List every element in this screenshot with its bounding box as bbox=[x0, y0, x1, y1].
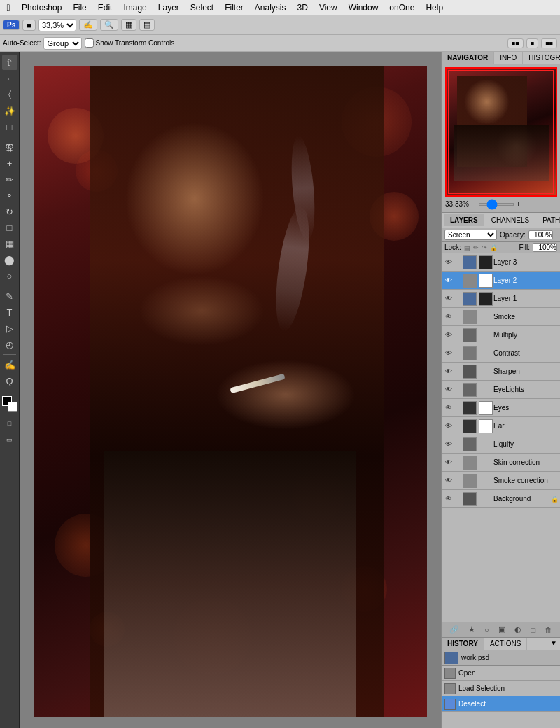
layer-row[interactable]: 👁Skin correction bbox=[442, 454, 560, 472]
quick-mask-btn[interactable]: □ bbox=[2, 416, 18, 431]
menu-filter[interactable]: Filter bbox=[220, 1, 248, 14]
add-style-btn[interactable]: ★ bbox=[468, 625, 475, 634]
menu-photoshop[interactable]: Photoshop bbox=[17, 1, 66, 14]
eraser-tool[interactable]: □ bbox=[2, 220, 18, 235]
layer-eye-icon[interactable]: 👁 bbox=[443, 331, 454, 339]
arrange-btn2[interactable]: ▤ bbox=[139, 19, 155, 31]
layer-eye-icon[interactable]: 👁 bbox=[443, 258, 454, 266]
clone-tool[interactable]: ⚬ bbox=[2, 188, 18, 203]
zoom-select[interactable]: 33,3% bbox=[38, 19, 76, 31]
hand-tool[interactable]: ✍ bbox=[79, 19, 97, 31]
new-adjustment-btn[interactable]: ◐ bbox=[514, 625, 522, 634]
align-left[interactable]: ■■ bbox=[507, 38, 524, 48]
layer-row[interactable]: 👁Layer 3 bbox=[442, 253, 560, 272]
select-tool[interactable]: ◦ bbox=[2, 71, 18, 86]
fill-input[interactable] bbox=[533, 243, 557, 252]
menu-window[interactable]: Window bbox=[344, 1, 384, 14]
menu-file[interactable]: File bbox=[68, 1, 91, 14]
new-layer-btn[interactable]: □ bbox=[531, 626, 536, 634]
zoom-slider[interactable] bbox=[479, 203, 514, 206]
link-layers-btn[interactable]: 🔗 bbox=[449, 625, 459, 634]
blend-mode-select[interactable]: Screen bbox=[444, 230, 497, 240]
brush-tool[interactable]: ✏ bbox=[2, 172, 18, 187]
menu-image[interactable]: Image bbox=[118, 1, 151, 14]
layer-row[interactable]: 👁Contrast bbox=[442, 344, 560, 363]
mode-button[interactable]: ■ bbox=[22, 20, 36, 31]
auto-select-dropdown[interactable]: Group bbox=[43, 37, 82, 50]
gradient-tool[interactable]: ▦ bbox=[2, 236, 18, 251]
layer-eye-icon[interactable]: 👁 bbox=[443, 422, 454, 430]
eyedropper-tool[interactable]: ⚢ bbox=[2, 139, 18, 155]
menu-analysis[interactable]: Analysis bbox=[250, 1, 291, 14]
hand-tool-left[interactable]: ✍ bbox=[2, 357, 18, 372]
zoom-out-icon[interactable]: − bbox=[472, 200, 476, 208]
lock-pixels-icon[interactable]: ✏ bbox=[473, 244, 479, 251]
tab-actions[interactable]: ACTIONS bbox=[484, 638, 527, 650]
align-center[interactable]: ■ bbox=[526, 38, 538, 48]
menu-help[interactable]: Help bbox=[421, 1, 448, 14]
screen-mode-btn[interactable]: ▭ bbox=[2, 432, 18, 447]
tab-navigator[interactable]: NAVIGATOR bbox=[442, 52, 494, 64]
layer-row[interactable]: 👁Background🔒 bbox=[442, 490, 560, 508]
tab-info[interactable]: INFO bbox=[494, 52, 523, 64]
history-item-row[interactable]: Deselect bbox=[442, 696, 560, 712]
move-tool[interactable]: ⇧ bbox=[2, 55, 18, 70]
lock-position-icon[interactable]: ↷ bbox=[482, 244, 487, 251]
layer-eye-icon[interactable]: 👁 bbox=[443, 313, 454, 321]
lock-transparent-icon[interactable]: ▤ bbox=[464, 244, 470, 251]
zoom-tool-left[interactable]: Q bbox=[2, 373, 18, 388]
layer-row[interactable]: 👁Liquify bbox=[442, 435, 560, 454]
align-right[interactable]: ■■ bbox=[541, 38, 557, 48]
history-menu-btn[interactable]: ▼ bbox=[547, 638, 560, 650]
history-item-row[interactable]: Open bbox=[442, 666, 560, 681]
tab-history[interactable]: HISTORY bbox=[442, 638, 484, 650]
transform-controls-label[interactable]: Show Transform Controls bbox=[85, 38, 174, 48]
dodge-tool[interactable]: ○ bbox=[2, 268, 18, 284]
background-color[interactable] bbox=[8, 402, 18, 412]
new-group-btn[interactable]: ▣ bbox=[498, 625, 505, 634]
delete-layer-btn[interactable]: 🗑 bbox=[545, 626, 552, 634]
layer-row[interactable]: 👁Multiply bbox=[442, 326, 560, 344]
pen-tool[interactable]: ✎ bbox=[2, 288, 18, 304]
type-tool[interactable]: T bbox=[2, 304, 18, 320]
layer-row[interactable]: 👁Smoke bbox=[442, 308, 560, 326]
layer-row[interactable]: 👁Layer 1 bbox=[442, 290, 560, 308]
lasso-tool[interactable]: 〈 bbox=[2, 87, 18, 102]
healing-tool[interactable]: + bbox=[2, 155, 18, 171]
history-item-row[interactable]: Load Selection bbox=[442, 681, 560, 696]
layer-eye-icon[interactable]: 👁 bbox=[443, 276, 454, 284]
lock-all-icon[interactable]: 🔒 bbox=[490, 244, 498, 251]
menu-3d[interactable]: 3D bbox=[293, 1, 313, 14]
color-swatches[interactable] bbox=[2, 396, 18, 412]
opacity-input[interactable] bbox=[528, 230, 553, 239]
crop-tool[interactable]: □ bbox=[2, 119, 18, 134]
layer-eye-icon[interactable]: 👁 bbox=[443, 368, 454, 375]
layer-eye-icon[interactable]: 👁 bbox=[443, 440, 454, 448]
layer-eye-icon[interactable]: 👁 bbox=[443, 386, 454, 393]
add-mask-btn[interactable]: ○ bbox=[484, 626, 489, 634]
menu-select[interactable]: Select bbox=[186, 1, 218, 14]
layer-eye-icon[interactable]: 👁 bbox=[443, 404, 454, 412]
zoom-tool[interactable]: 🔍 bbox=[100, 19, 118, 31]
history-brush-tool[interactable]: ↻ bbox=[2, 204, 18, 219]
layer-row[interactable]: 👁Sharpen bbox=[442, 363, 560, 381]
blur-tool[interactable]: ⬤ bbox=[2, 252, 18, 267]
layer-eye-icon[interactable]: 👁 bbox=[443, 458, 454, 466]
path-tool[interactable]: ▷ bbox=[2, 321, 18, 336]
magic-wand-tool[interactable]: ✨ bbox=[2, 103, 18, 118]
layer-eye-icon[interactable]: 👁 bbox=[443, 349, 454, 357]
menu-view[interactable]: View bbox=[314, 1, 342, 14]
tab-layers[interactable]: LAYERS bbox=[444, 214, 484, 226]
layer-eye-icon[interactable]: 👁 bbox=[443, 495, 454, 503]
menu-layer[interactable]: Layer bbox=[153, 1, 184, 14]
transform-controls-checkbox[interactable] bbox=[85, 38, 94, 48]
layer-row[interactable]: 👁Layer 2 bbox=[442, 272, 560, 290]
arrange-btn[interactable]: ▦ bbox=[121, 19, 136, 31]
tab-histogram[interactable]: HISTOGRAM bbox=[523, 52, 560, 64]
menu-onone[interactable]: onOne bbox=[384, 1, 419, 14]
layer-row[interactable]: 👁Ear bbox=[442, 417, 560, 435]
layer-eye-icon[interactable]: 👁 bbox=[443, 295, 454, 302]
tab-channels[interactable]: CHANNELS bbox=[486, 214, 536, 226]
layer-row[interactable]: 👁Smoke correction bbox=[442, 472, 560, 490]
zoom-in-icon[interactable]: + bbox=[517, 200, 521, 208]
